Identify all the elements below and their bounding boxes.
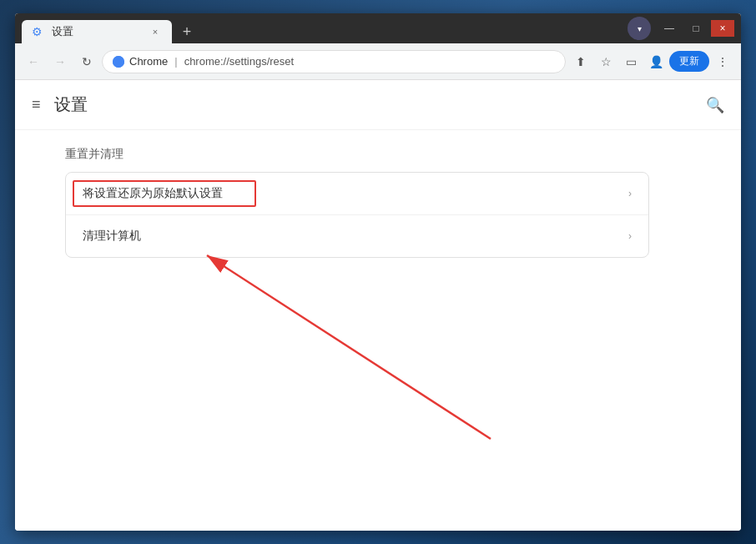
- forward-button[interactable]: →: [48, 50, 72, 73]
- chrome-logo-icon: [113, 56, 124, 68]
- clean-computer-label: 清理计算机: [83, 229, 628, 244]
- svg-line-1: [207, 255, 491, 439]
- address-bar[interactable]: Chrome | chrome://settings/reset: [102, 50, 566, 73]
- back-button[interactable]: ←: [22, 50, 45, 73]
- toolbar-actions: ⬆ ☆ ▭ 👤 更新 ⋮: [569, 50, 734, 73]
- search-icon[interactable]: 🔍: [706, 96, 724, 114]
- address-url: chrome://settings/reset: [184, 55, 295, 68]
- address-brand: Chrome: [129, 55, 168, 68]
- clean-computer-item[interactable]: 清理计算机 ›: [66, 215, 648, 257]
- settings-body: 重置并清理 将设置还原为原始默认设置 › 清理计算机 ›: [15, 130, 741, 275]
- clean-computer-arrow-icon: ›: [628, 230, 632, 242]
- page-title: 设置: [54, 93, 88, 116]
- tab-close-button[interactable]: ×: [149, 25, 162, 38]
- new-tab-button[interactable]: +: [175, 20, 199, 43]
- tab-favicon-icon: ⚙: [32, 25, 45, 38]
- chrome-dropdown-button[interactable]: ▾: [627, 17, 651, 40]
- window-controls: — □ ×: [658, 20, 734, 37]
- tab-area: ⚙ 设置 × +: [22, 13, 627, 43]
- maximize-button[interactable]: □: [684, 20, 708, 37]
- share-button[interactable]: ⬆: [569, 50, 592, 73]
- section-title: 重置并清理: [65, 147, 691, 162]
- settings-card: 将设置还原为原始默认设置 › 清理计算机 ›: [65, 172, 649, 258]
- toolbar: ← → ↻ Chrome | chrome://settings/reset ⬆…: [15, 43, 741, 80]
- page-content: ≡ 设置 🔍 重置并清理 将设置还原为原始默认设置 › 清理计算机 ›: [15, 80, 741, 531]
- minimize-button[interactable]: —: [658, 20, 681, 37]
- chrome-logo-center: [116, 59, 121, 64]
- refresh-button[interactable]: ↻: [75, 50, 98, 73]
- page-header: ≡ 设置 🔍: [15, 80, 741, 130]
- reset-settings-arrow-icon: ›: [628, 188, 632, 199]
- hamburger-menu-icon[interactable]: ≡: [32, 96, 41, 113]
- site-favicon: [113, 56, 124, 68]
- close-button[interactable]: ×: [711, 20, 734, 37]
- reset-settings-item[interactable]: 将设置还原为原始默认设置 ›: [66, 173, 648, 215]
- reset-settings-label: 将设置还原为原始默认设置: [83, 186, 628, 201]
- bookmark-button[interactable]: ☆: [594, 50, 617, 73]
- more-button[interactable]: ⋮: [711, 50, 734, 73]
- active-tab[interactable]: ⚙ 设置 ×: [22, 20, 172, 43]
- profile-button[interactable]: 👤: [644, 50, 668, 73]
- browser-window: ⚙ 设置 × + ▾ — □ × ← → ↻ Chrome | chrome:/…: [15, 13, 741, 531]
- titlebar: ⚙ 设置 × + ▾ — □ ×: [15, 13, 741, 43]
- update-button[interactable]: 更新: [669, 51, 709, 72]
- tablet-mode-button[interactable]: ▭: [619, 50, 643, 73]
- address-separator: |: [174, 55, 177, 68]
- tab-title: 设置: [52, 24, 142, 39]
